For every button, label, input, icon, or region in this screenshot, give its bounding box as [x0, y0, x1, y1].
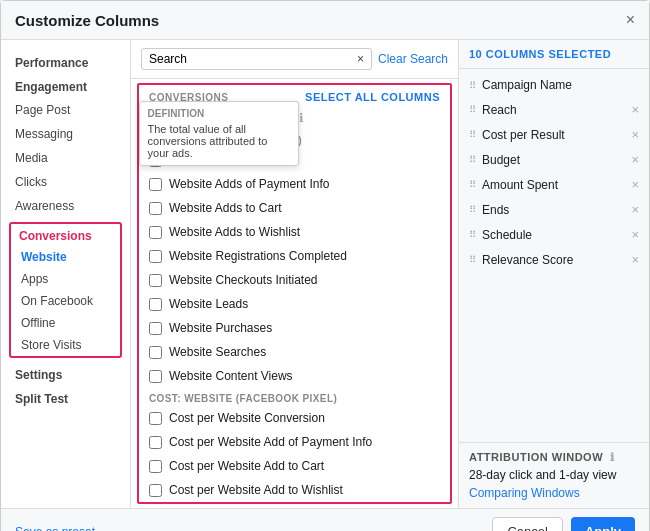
selected-label-cost-per-result: Cost per Result [482, 128, 565, 142]
sidebar-section-split-test: Split Test [1, 386, 130, 410]
search-input[interactable] [149, 52, 353, 66]
tooltip-text: The total value of all conversions attri… [148, 123, 290, 159]
search-bar: × Clear Search [131, 40, 458, 79]
remove-cost-per-result-button[interactable]: × [631, 127, 639, 142]
remove-budget-button[interactable]: × [631, 152, 639, 167]
drag-handle-icon[interactable]: ⠿ [469, 129, 476, 140]
column-item-website-leads: Website Leads [139, 292, 450, 316]
checkbox-website-leads[interactable] [149, 298, 162, 311]
column-label-cost-cart: Cost per Website Add to Cart [169, 459, 324, 473]
drag-handle-icon[interactable]: ⠿ [469, 80, 476, 91]
sidebar-section-settings: Settings [1, 362, 130, 386]
selected-label-budget: Budget [482, 153, 520, 167]
column-label-website-searches: Website Searches [169, 345, 266, 359]
select-all-button[interactable]: Select All Columns [305, 91, 440, 103]
info-tooltip-wrap: ℹ DEFINITION The total value of all conv… [299, 111, 304, 125]
customize-columns-modal: Customize Columns × Performance Engageme… [0, 0, 650, 531]
checkbox-website-content-views[interactable] [149, 370, 162, 383]
sidebar-conversions-title[interactable]: Conversions [11, 224, 120, 246]
modal-title: Customize Columns [15, 12, 159, 29]
sidebar-item-media[interactable]: Media [1, 146, 130, 170]
selected-item-ends: ⠿ Ends × [459, 197, 649, 222]
selected-label-campaign-name: Campaign Name [482, 78, 572, 92]
checkbox-cost-payment[interactable] [149, 436, 162, 449]
attribution-section: ATTRIBUTION WINDOW ℹ 28-day click and 1-… [459, 442, 649, 508]
checkbox-website-cart[interactable] [149, 202, 162, 215]
tooltip-label: DEFINITION [148, 108, 290, 119]
column-label-website-content-views: Website Content Views [169, 369, 293, 383]
remove-ends-button[interactable]: × [631, 202, 639, 217]
column-item-total-conversion: Total Conversion Value ℹ DEFINITION The … [139, 106, 450, 130]
remove-reach-button[interactable]: × [631, 102, 639, 117]
selected-item-campaign-name: ⠿ Campaign Name [459, 73, 649, 97]
column-item-cost-conversion: Cost per Website Conversion [139, 406, 450, 430]
selected-header: 10 COLUMNS SELECTED [459, 40, 649, 69]
close-icon[interactable]: × [626, 11, 635, 29]
drag-handle-icon[interactable]: ⠿ [469, 229, 476, 240]
checkbox-website-checkouts[interactable] [149, 274, 162, 287]
selected-count-label: 10 COLUMNS SELECTED [469, 48, 611, 60]
selected-label-reach: Reach [482, 103, 517, 117]
modal-header: Customize Columns × [1, 1, 649, 40]
checkbox-website-searches[interactable] [149, 346, 162, 359]
selected-item-relevance-score: ⠿ Relevance Score × [459, 247, 649, 272]
column-item-website-registrations: Website Registrations Completed [139, 244, 450, 268]
sidebar-item-page-post[interactable]: Page Post [1, 98, 130, 122]
checkbox-cost-wishlist[interactable] [149, 484, 162, 497]
selected-label-schedule: Schedule [482, 228, 532, 242]
checkbox-website-payment[interactable] [149, 178, 162, 191]
drag-handle-icon[interactable]: ⠿ [469, 204, 476, 215]
middle-panel: × Clear Search CONVERSIONS Select All Co… [131, 40, 459, 508]
column-item-website-payment: Website Adds of Payment Info [139, 172, 450, 196]
remove-schedule-button[interactable]: × [631, 227, 639, 242]
sidebar-section-performance: Performance [1, 50, 130, 74]
column-item-cost-cart: Cost per Website Add to Cart [139, 454, 450, 478]
attribution-value: 28-day click and 1-day view [469, 468, 639, 482]
column-label-website-checkouts: Website Checkouts Initiated [169, 273, 318, 287]
remove-amount-spent-button[interactable]: × [631, 177, 639, 192]
drag-handle-icon[interactable]: ⠿ [469, 179, 476, 190]
checkbox-website-purchases[interactable] [149, 322, 162, 335]
save-preset-button[interactable]: Save as preset [15, 525, 95, 532]
drag-handle-icon[interactable]: ⠿ [469, 104, 476, 115]
drag-handle-icon[interactable]: ⠿ [469, 254, 476, 265]
sidebar-item-on-facebook[interactable]: On Facebook [11, 290, 120, 312]
attribution-link[interactable]: Comparing Windows [469, 486, 639, 500]
remove-relevance-score-button[interactable]: × [631, 252, 639, 267]
checkbox-cost-cart[interactable] [149, 460, 162, 473]
checkbox-website-wishlist[interactable] [149, 226, 162, 239]
column-label-website-purchases: Website Purchases [169, 321, 272, 335]
sidebar-conversions-group: Conversions Website Apps On Facebook Off… [9, 222, 122, 358]
attribution-info-icon[interactable]: ℹ [610, 451, 615, 463]
column-item-website-checkouts: Website Checkouts Initiated [139, 268, 450, 292]
column-item-website-wishlist: Website Adds to Wishlist [139, 220, 450, 244]
selected-item-schedule: ⠿ Schedule × [459, 222, 649, 247]
column-label-cost-conversion: Cost per Website Conversion [169, 411, 325, 425]
info-icon[interactable]: ℹ [299, 111, 304, 125]
cancel-button[interactable]: Cancel [492, 517, 562, 531]
search-input-wrap: × [141, 48, 372, 70]
selected-item-budget: ⠿ Budget × [459, 147, 649, 172]
sidebar-item-messaging[interactable]: Messaging [1, 122, 130, 146]
search-clear-icon[interactable]: × [357, 52, 364, 66]
column-item-website-searches: Website Searches [139, 340, 450, 364]
sidebar-item-apps[interactable]: Apps [11, 268, 120, 290]
column-item-cost-payment: Cost per Website Add of Payment Info [139, 430, 450, 454]
column-label-website-payment: Website Adds of Payment Info [169, 177, 330, 191]
column-label-cost-payment: Cost per Website Add of Payment Info [169, 435, 372, 449]
sidebar-item-store-visits[interactable]: Store Visits [11, 334, 120, 356]
conversions-section-box: CONVERSIONS Select All Columns Total Con… [137, 83, 452, 504]
sidebar-item-awareness[interactable]: Awareness [1, 194, 130, 218]
sidebar-item-website[interactable]: Website [11, 246, 120, 268]
drag-handle-icon[interactable]: ⠿ [469, 154, 476, 165]
sidebar-item-offline[interactable]: Offline [11, 312, 120, 334]
checkbox-cost-conversion[interactable] [149, 412, 162, 425]
clear-search-button[interactable]: Clear Search [378, 52, 448, 66]
attribution-title: ATTRIBUTION WINDOW ℹ [469, 451, 639, 464]
checkbox-website-registrations[interactable] [149, 250, 162, 263]
selected-item-amount-spent: ⠿ Amount Spent × [459, 172, 649, 197]
sidebar-item-clicks[interactable]: Clicks [1, 170, 130, 194]
apply-button[interactable]: Apply [571, 517, 635, 531]
column-item-website-content-views: Website Content Views [139, 364, 450, 388]
columns-list: CONVERSIONS Select All Columns Total Con… [131, 79, 458, 508]
